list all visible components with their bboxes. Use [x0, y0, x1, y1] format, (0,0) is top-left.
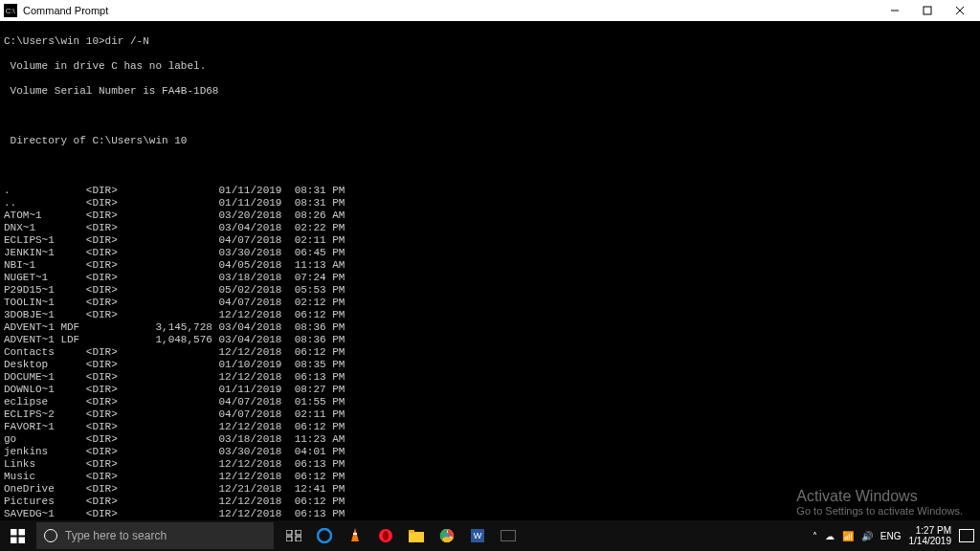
listing-row: ATOM~1 <DIR> 03/20/2018 08:26 AM	[4, 209, 976, 222]
listing-row: ECLIPS~1 <DIR> 04/07/2018 02:11 PM	[4, 234, 976, 247]
watermark-subtitle: Go to Settings to activate Windows.	[796, 505, 963, 517]
search-placeholder: Type here to search	[65, 529, 167, 542]
file-explorer-icon[interactable]	[402, 520, 431, 551]
prompt-line: C:\Users\win 10>dir /-N	[4, 35, 976, 48]
tray-language[interactable]: ENG	[880, 531, 902, 541]
clock-date: 1/14/2019	[909, 536, 952, 546]
svg-rect-20	[409, 530, 414, 533]
listing-row: Desktop <DIR> 01/10/2019 08:35 PM	[4, 359, 976, 371]
terminal-output[interactable]: C:\Users\win 10>dir /-N Volume in drive …	[0, 21, 980, 532]
listing-row: 3DOBJE~1 <DIR> 12/12/2018 06:12 PM	[4, 309, 976, 321]
close-button[interactable]	[944, 0, 976, 21]
taskbar: Type here to search W ˄ ☁ 📶 🔊 ENG 1:27 P…	[0, 520, 980, 551]
listing-row: Links <DIR> 12/12/2018 06:13 PM	[4, 458, 976, 471]
listing-row: TOOLIN~1 <DIR> 04/07/2018 02:12 PM	[4, 297, 976, 309]
system-tray: ˄ ☁ 📶 🔊 ENG 1:27 PM 1/14/2019	[813, 525, 980, 546]
clock-time: 1:27 PM	[909, 525, 952, 536]
svg-rect-11	[296, 530, 301, 535]
svg-rect-8	[11, 537, 17, 543]
listing-row: DOWNLO~1 <DIR> 01/11/2019 08:27 PM	[4, 384, 976, 396]
edge-icon[interactable]	[310, 520, 339, 551]
blank-line	[4, 160, 976, 172]
taskbar-clock[interactable]: 1:27 PM 1/14/2019	[909, 525, 952, 546]
start-button[interactable]	[0, 520, 34, 551]
listing-row: .. <DIR> 01/11/2019 08:31 PM	[4, 197, 976, 209]
listing-row: Contacts <DIR> 12/12/2018 06:12 PM	[4, 346, 976, 359]
watermark-title: Activate Windows	[796, 488, 963, 505]
svg-rect-3	[924, 7, 931, 14]
activation-watermark: Activate Windows Go to Settings to activ…	[796, 488, 963, 517]
svg-rect-9	[18, 537, 25, 543]
cmd-taskbar-icon[interactable]	[494, 520, 523, 551]
directory-of: Directory of C:\Users\win 10	[4, 135, 976, 147]
search-box[interactable]: Type here to search	[36, 522, 274, 549]
chrome-icon[interactable]	[433, 520, 461, 551]
listing-row: ECLIPS~2 <DIR> 04/07/2018 02:11 PM	[4, 408, 976, 421]
directory-listing: . <DIR> 01/11/2019 08:31 PM.. <DIR> 01/1…	[4, 185, 976, 532]
listing-row: JENKIN~1 <DIR> 03/30/2018 06:45 PM	[4, 247, 976, 259]
window-title: Command Prompt	[23, 5, 879, 16]
svg-rect-19	[409, 532, 424, 542]
word-icon[interactable]: W	[463, 520, 492, 551]
blank-line	[4, 110, 976, 122]
opera-icon[interactable]	[371, 520, 400, 551]
cmd-app-icon: C:\	[4, 4, 17, 17]
tray-chevron-icon[interactable]: ˄	[813, 531, 817, 541]
taskbar-apps: W	[279, 520, 523, 551]
listing-row: DOCUME~1 <DIR> 12/12/2018 06:13 PM	[4, 371, 976, 384]
svg-point-18	[383, 531, 389, 540]
listing-row: . <DIR> 01/11/2019 08:31 PM	[4, 185, 976, 197]
svg-point-14	[318, 529, 331, 542]
listing-row: P29D15~1 <DIR> 05/02/2018 05:53 PM	[4, 284, 976, 297]
listing-row: eclipse <DIR> 04/07/2018 01:55 PM	[4, 396, 976, 408]
volume-label: Volume in drive C has no label.	[4, 60, 976, 73]
maximize-button[interactable]	[911, 0, 944, 21]
tray-network-icon[interactable]: 📶	[842, 531, 854, 541]
listing-row: go <DIR> 03/18/2018 11:23 AM	[4, 433, 976, 446]
listing-row: Music <DIR> 12/12/2018 06:12 PM	[4, 471, 976, 483]
action-center-icon[interactable]	[959, 529, 974, 542]
svg-rect-13	[296, 537, 301, 541]
svg-rect-10	[286, 530, 292, 535]
task-view-button[interactable]	[279, 520, 308, 551]
tray-onedrive-icon[interactable]: ☁	[825, 531, 835, 541]
listing-row: NUGET~1 <DIR> 03/18/2018 07:24 PM	[4, 272, 976, 284]
svg-rect-12	[286, 537, 292, 541]
vlc-icon[interactable]	[341, 520, 369, 551]
volume-serial: Volume Serial Number is FA4B-1D68	[4, 85, 976, 98]
cortana-icon	[44, 529, 57, 542]
listing-row: jenkins <DIR> 03/30/2018 04:01 PM	[4, 446, 976, 458]
svg-rect-16	[353, 533, 357, 535]
listing-row: DNX~1 <DIR> 03/04/2018 02:22 PM	[4, 222, 976, 234]
svg-rect-7	[18, 529, 25, 536]
listing-row: ADVENT~1 MDF 3,145,728 03/04/2018 08:36 …	[4, 321, 976, 334]
listing-row: ADVENT~1 LDF 1,048,576 03/04/2018 08:36 …	[4, 334, 976, 346]
minimize-button[interactable]	[879, 0, 911, 21]
listing-row: NBI~1 <DIR> 04/05/2018 11:13 AM	[4, 259, 976, 272]
svg-text:C:\: C:\	[6, 7, 16, 15]
titlebar: C:\ Command Prompt	[0, 0, 980, 21]
listing-row: FAVORI~1 <DIR> 12/12/2018 06:12 PM	[4, 421, 976, 433]
svg-rect-6	[11, 529, 17, 536]
tray-volume-icon[interactable]: 🔊	[861, 531, 873, 541]
